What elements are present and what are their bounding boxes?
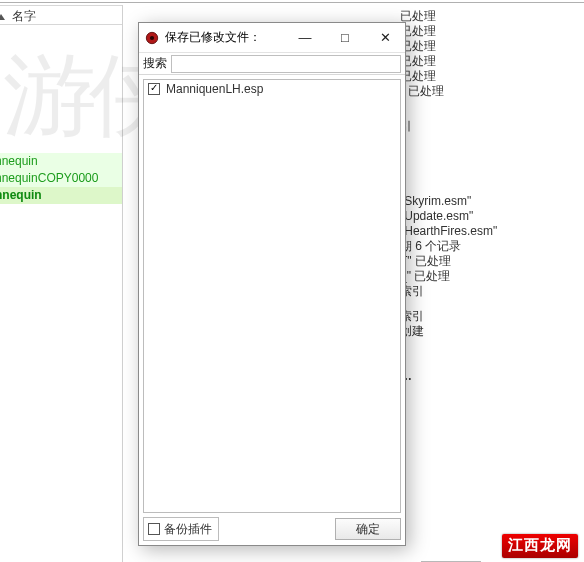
- backup-plugin-row[interactable]: 备份插件: [143, 517, 219, 541]
- file-list[interactable]: ManniquenLH.esp: [143, 79, 401, 513]
- window-maximize-button[interactable]: □: [325, 24, 365, 52]
- backup-plugin-checkbox[interactable]: [148, 523, 160, 535]
- log-line: [400, 349, 584, 359]
- dialog-bottom-bar: 备份插件 确定: [143, 517, 401, 541]
- log-line: [400, 184, 584, 194]
- search-label: 搜索: [139, 55, 171, 72]
- log-line: [400, 109, 584, 119]
- log-line: 已处理: [400, 69, 584, 84]
- log-line: [400, 144, 584, 154]
- log-line: "Update.esm": [400, 209, 584, 224]
- site-watermark: 江西龙网: [502, 534, 578, 558]
- window-close-button[interactable]: ✕: [365, 24, 405, 52]
- log-line: [400, 164, 584, 174]
- svg-point-1: [150, 35, 154, 39]
- dialog-titlebar[interactable]: 保存已修改文件： — □ ✕: [139, 23, 405, 53]
- save-modified-files-dialog: 保存已修改文件： — □ ✕ 搜索 ManniquenLH.esp 备份插件 确…: [138, 22, 406, 546]
- log-line: [400, 154, 584, 164]
- search-input[interactable]: [171, 55, 401, 73]
- log-panel: 已处理已处理已处理已处理已处理" 已处理引"Skyrim.esm""Update…: [396, 5, 584, 562]
- log-line: _" 已处理: [400, 269, 584, 284]
- left-column: 名字 nnequinnnequinCOPY0000nnequin: [0, 5, 123, 562]
- log-line: 已处理: [400, 24, 584, 39]
- log-line: 期 6 个记录: [400, 239, 584, 254]
- log-line: [400, 174, 584, 184]
- log-line: "Skyrim.esm": [400, 194, 584, 209]
- log-line: 引: [400, 119, 584, 134]
- app-icon: [145, 31, 159, 45]
- log-line: T" 已处理: [400, 254, 584, 269]
- log-line: [400, 339, 584, 349]
- tree-row[interactable]: nnequin: [0, 153, 122, 170]
- log-line: [400, 359, 584, 369]
- log-line: " 已处理: [400, 84, 584, 99]
- dialog-title: 保存已修改文件：: [165, 29, 261, 46]
- left-rows: nnequinnnequinCOPY0000nnequin: [0, 153, 122, 204]
- log-line: [400, 134, 584, 144]
- file-list-item[interactable]: ManniquenLH.esp: [144, 80, 400, 98]
- log-line: [400, 99, 584, 109]
- file-checkbox[interactable]: [148, 83, 160, 95]
- column-header-label: 名字: [12, 9, 36, 23]
- sort-asc-icon: [0, 14, 5, 20]
- log-line: [400, 299, 584, 309]
- column-header-name[interactable]: 名字: [0, 5, 122, 25]
- backup-plugin-label: 备份插件: [164, 521, 212, 538]
- log-line: 索引: [400, 309, 584, 324]
- tree-row[interactable]: nnequin: [0, 187, 122, 204]
- file-label: ManniquenLH.esp: [166, 82, 263, 96]
- log-line: "HearthFires.esm": [400, 224, 584, 239]
- path-textbox[interactable]: 5D5D <BYOHHouseMannequ: [0, 0, 584, 3]
- log-line: 已处理: [400, 9, 584, 24]
- ok-button[interactable]: 确定: [335, 518, 401, 540]
- log-line: 创建: [400, 324, 584, 339]
- log-line: 已处理: [400, 54, 584, 69]
- window-minimize-button[interactable]: —: [285, 24, 325, 52]
- log-line: 索引: [400, 284, 584, 299]
- log-line: 已处理: [400, 39, 584, 54]
- search-row: 搜索: [139, 53, 405, 75]
- tree-row[interactable]: nnequinCOPY0000: [0, 170, 122, 187]
- log-line: …: [400, 369, 584, 384]
